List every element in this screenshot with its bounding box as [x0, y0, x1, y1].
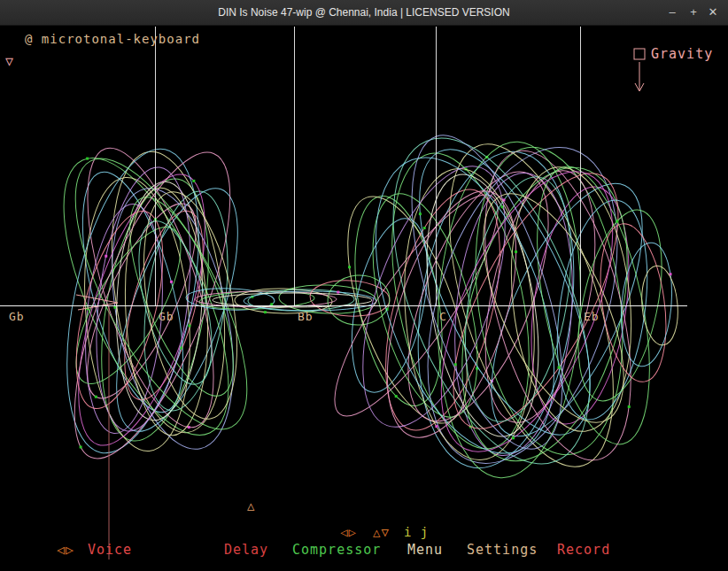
drone-dot[interactable] — [395, 395, 398, 397]
range-divider-line[interactable] — [436, 27, 437, 305]
range-divider-line[interactable] — [580, 27, 581, 305]
drone-dot[interactable] — [170, 281, 173, 283]
drone-dot[interactable] — [337, 291, 339, 294]
drone-dot[interactable] — [616, 220, 618, 223]
drone-dot[interactable] — [512, 436, 515, 439]
drone-orbit[interactable] — [592, 220, 675, 386]
drone-orbit[interactable] — [74, 174, 201, 456]
app-window: GbGbBbCEb DIN Is Noise 47-wip @ Chennai,… — [0, 0, 728, 571]
drone-orbit[interactable] — [421, 150, 651, 452]
menu-item-compressor[interactable]: Compressor — [292, 542, 381, 558]
drone-dot[interactable] — [435, 425, 438, 428]
drone-dot[interactable] — [264, 311, 267, 313]
menu-item-voice[interactable]: Voice — [88, 542, 132, 558]
drone-dot[interactable] — [423, 227, 426, 229]
keyboard-axis[interactable] — [0, 305, 687, 306]
menu-item-menu[interactable]: Menu — [407, 542, 443, 558]
drone-dot[interactable] — [454, 363, 457, 366]
voice-selector-arrows[interactable]: ◁▷ — [57, 542, 74, 558]
drone-orbit[interactable] — [62, 135, 240, 441]
note-label[interactable]: C — [439, 310, 447, 323]
ij-hint: i j — [404, 525, 429, 539]
window-title: DIN Is Noise 47-wip @ Chennai, India | L… — [0, 0, 728, 25]
mode-label: @ microtonal-keyboard — [25, 32, 200, 46]
drone-dot[interactable] — [192, 180, 195, 182]
drone-dot[interactable] — [558, 367, 561, 369]
note-label[interactable]: Eb — [584, 310, 600, 323]
range-divider-line[interactable] — [294, 27, 295, 305]
left-right-hint-icon: ◁▷ — [340, 525, 357, 539]
note-label[interactable]: Gb — [9, 310, 25, 323]
drone-dot[interactable] — [105, 255, 107, 258]
close-button[interactable]: ✕ — [703, 0, 723, 25]
gravity-handle-icon[interactable] — [634, 49, 645, 59]
drone-dot[interactable] — [419, 212, 422, 215]
note-label[interactable]: Bb — [298, 310, 314, 323]
orbit-canvas[interactable] — [0, 0, 728, 571]
drone-dot[interactable] — [515, 251, 517, 253]
top-left-marker-icon[interactable]: ▽ — [5, 53, 14, 69]
maximize-button[interactable]: + — [684, 0, 703, 25]
note-label[interactable]: Gb — [159, 310, 174, 323]
up-down-hint-icon: △▽ — [373, 525, 390, 539]
drone-dot[interactable] — [86, 158, 89, 160]
drone-dot[interactable] — [628, 405, 631, 408]
drone-dot[interactable] — [113, 306, 116, 309]
drone-dot[interactable] — [80, 445, 82, 448]
bottom-marker-icon[interactable]: △ — [247, 498, 255, 513]
drone-dot[interactable] — [348, 266, 351, 268]
drone-dot[interactable] — [188, 426, 190, 428]
range-divider-line[interactable] — [155, 27, 156, 305]
titlebar[interactable]: DIN Is Noise 47-wip @ Chennai, India | L… — [0, 0, 728, 26]
menu-item-record[interactable]: Record — [557, 542, 610, 558]
menu-item-delay[interactable]: Delay — [224, 542, 268, 558]
drone-orbit[interactable] — [323, 181, 492, 437]
gravity-label[interactable]: Gravity — [651, 46, 713, 62]
drone-orbit[interactable] — [384, 127, 624, 459]
menu-item-settings[interactable]: Settings — [467, 542, 538, 558]
drone-dot[interactable] — [188, 324, 190, 327]
drone-dot[interactable] — [95, 396, 97, 398]
minimize-button[interactable]: – — [662, 0, 682, 25]
